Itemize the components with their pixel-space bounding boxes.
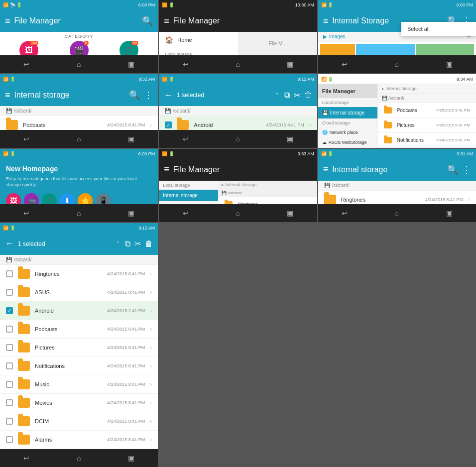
videos-category[interactable]: 🎬 0 Videos: [70, 41, 89, 55]
recent-btn-4[interactable]: ▣: [128, 135, 134, 143]
r-pictures-6[interactable]: Pictures 4/25/2015 8:41 PM: [378, 118, 476, 133]
folder-android-selected[interactable]: ✓ Android 4/24/2015 8:41 PM ›: [159, 116, 317, 129]
checkbox-android[interactable]: ✓: [165, 121, 172, 128]
more-icon-4[interactable]: ⋮: [144, 90, 153, 101]
chevron-sel-5[interactable]: ˅: [276, 93, 278, 98]
copy-icon-10[interactable]: ⧉: [125, 239, 130, 248]
fc-movies-10: ›: [150, 399, 152, 406]
select-all-item[interactable]: Select all: [401, 22, 476, 36]
r-pictures-name-6: Pictures: [397, 122, 432, 128]
cut-icon-10[interactable]: ✂: [134, 239, 141, 248]
cell-4-internal-storage: 📶 🔋 9:32 AM ≡ Internal storage 🔍 ⋮ 💾 /sd…: [0, 74, 158, 147]
music-category[interactable]: 🎵 60 Music: [119, 41, 138, 55]
home-btn-5[interactable]: ⌂: [236, 135, 239, 143]
alarm-thumb[interactable]: Alarm(s): [320, 44, 355, 55]
home-btn-8[interactable]: ⌂: [236, 209, 239, 217]
back-btn-9[interactable]: ↩: [342, 209, 348, 217]
cb-ringtones-10[interactable]: [6, 270, 13, 277]
back-arrow-3[interactable]: ▶: [323, 34, 327, 39]
back-btn-5[interactable]: ↩: [183, 135, 189, 143]
folder-notifications-10[interactable]: Notifications 4/24/2015 8:41 PM ›: [0, 357, 158, 375]
asus-ws-6[interactable]: ☁ASUS WebStorage: [318, 137, 377, 147]
menu-icon-4[interactable]: ≡: [5, 90, 10, 101]
home-btn-3[interactable]: ⌂: [395, 60, 399, 68]
delete-icon-10[interactable]: 🗑: [145, 239, 153, 248]
cb-android-10[interactable]: ✓: [6, 307, 13, 314]
back-btn-2[interactable]: ↩: [183, 60, 189, 68]
cb-podcasts-10[interactable]: [6, 326, 13, 333]
back-btn-8[interactable]: ↩: [183, 209, 189, 217]
copy-icon-5[interactable]: ⧉: [284, 91, 290, 100]
search-icon-9[interactable]: 🔍: [447, 164, 458, 175]
recent-btn-8[interactable]: ▣: [287, 209, 293, 217]
cb-music-10[interactable]: [6, 381, 13, 388]
menu-icon-8[interactable]: ≡: [164, 164, 169, 175]
folder-movies-10[interactable]: Movies 4/24/2015 8:41 PM ›: [0, 394, 158, 412]
more-icon-9[interactable]: ⋮: [462, 164, 471, 175]
status-icons-3: 📶 🔋: [321, 2, 334, 7]
recent-btn-10[interactable]: ▣: [128, 454, 134, 462]
recent-btn-1[interactable]: ▣: [128, 60, 134, 68]
home-btn-2[interactable]: ⌂: [236, 60, 239, 68]
delete-icon-5[interactable]: 🗑: [304, 91, 312, 100]
cb-pictures-10[interactable]: [6, 344, 13, 351]
back-btn-10[interactable]: ↩: [23, 454, 29, 462]
chevron-sel-10[interactable]: ˅: [117, 241, 119, 246]
folder-pictures-10[interactable]: Pictures 4/24/2015 8:41 PM ›: [0, 339, 158, 357]
back-btn-1[interactable]: ↩: [23, 60, 29, 68]
fi-notifications-10: [18, 361, 30, 371]
r-ringtones-8[interactable]: Ringtones: [219, 197, 317, 204]
back-btn-4[interactable]: ↩: [23, 135, 29, 143]
home-btn-9[interactable]: ⌂: [395, 209, 399, 217]
fi-podcasts-10: [18, 324, 30, 334]
cut-icon-5[interactable]: ✂: [294, 91, 300, 100]
img-2[interactable]: IMG_20130805: [416, 44, 474, 55]
folder-ringtones-10[interactable]: Ringtones 4/24/2015 8:41 PM ›: [0, 265, 158, 283]
r-notifications-6[interactable]: Notifications 4/24/2015 8:41 PM: [378, 133, 476, 147]
recent-btn-5[interactable]: ▣: [287, 135, 293, 143]
cb-movies-10[interactable]: [6, 399, 13, 406]
menu-icon-3[interactable]: ≡: [323, 16, 329, 26]
recent-btn-2[interactable]: ▣: [287, 60, 293, 68]
search-icon-1[interactable]: 🔍: [142, 15, 153, 26]
recent-btn-3[interactable]: ▣: [446, 60, 453, 68]
home-btn-10[interactable]: ⌂: [77, 454, 81, 462]
r-podcasts-6[interactable]: Podcasts 4/25/2015 8:41 PM: [378, 103, 476, 118]
internal-storage-left-6[interactable]: 💾 Internal storage: [318, 107, 377, 118]
cb-notifications-10[interactable]: [6, 362, 13, 369]
folder-asus-10[interactable]: ASUS 4/24/2015 8:41 PM ›: [0, 283, 158, 302]
navigation-drawer: 🏠 Home Local storage 💾 Internal storage …: [159, 32, 238, 55]
folder-podcasts[interactable]: Podcasts 4/24/2015 8:41 PM ›: [0, 116, 158, 129]
images-category[interactable]: 🖼 100 Images: [19, 41, 38, 55]
back-btn-7[interactable]: ↩: [23, 209, 29, 217]
folder-ringtones-9[interactable]: Ringtones 4/24/2015 8:41 PM ›: [318, 191, 476, 204]
cb-alarms-10[interactable]: [6, 436, 13, 443]
path-label-9: /sdcard/: [332, 183, 350, 188]
folder-android-selected-10[interactable]: ✓ Android 4/24/2015 2:41 PM ›: [0, 302, 158, 320]
network-6[interactable]: 🌐Network place: [318, 127, 377, 137]
home-btn-4[interactable]: ⌂: [77, 135, 81, 143]
img-1[interactable]: IMG_20130806: [356, 44, 414, 55]
folder-music-10[interactable]: Music 4/24/2015 8:41 PM ›: [0, 375, 158, 394]
cb-asus-10[interactable]: [6, 289, 13, 296]
recent-btn-9[interactable]: ▣: [446, 209, 453, 217]
fi-ringtones-9: [324, 195, 336, 204]
folder-podcasts-10[interactable]: Podcasts 4/24/2015 8:41 PM ›: [0, 320, 158, 339]
home-drawer-item[interactable]: 🏠 Home: [159, 32, 238, 48]
home-btn-7[interactable]: ⌂: [77, 209, 81, 217]
folder-alarms-10[interactable]: Alarms 4/24/2015 8:41 PM ›: [0, 431, 158, 449]
recent-btn-7[interactable]: ▣: [128, 209, 134, 217]
menu-icon-2[interactable]: ≡: [164, 16, 169, 26]
menu-icon-9[interactable]: ≡: [323, 164, 329, 175]
cb-dcim-10[interactable]: [6, 418, 13, 425]
folder-dcim-10[interactable]: DCIM 4/24/2015 8:41 PM ›: [0, 412, 158, 431]
hp-download-icon: ⬇: [60, 193, 75, 204]
back-sel-icon-10[interactable]: ←: [5, 238, 14, 249]
search-icon-4[interactable]: 🔍: [129, 90, 140, 101]
home-btn-1[interactable]: ⌂: [77, 60, 81, 68]
menu-icon-1[interactable]: ≡: [5, 16, 10, 26]
back-btn-3[interactable]: ↩: [342, 60, 348, 68]
app-bar-2: ≡ File Manager: [159, 10, 317, 32]
internal-item-8[interactable]: Internal storage: [159, 190, 218, 201]
back-sel-icon-5[interactable]: ←: [164, 90, 173, 101]
